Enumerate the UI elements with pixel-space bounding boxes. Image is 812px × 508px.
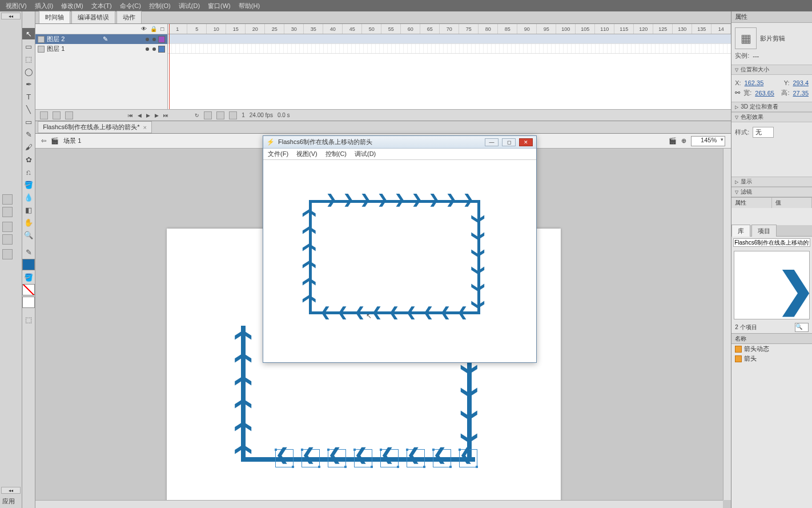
horizontal-scrollbar[interactable] [35,500,723,508]
selected-instance[interactable]: ❯ [354,449,372,467]
close-tab-icon[interactable]: × [143,124,147,131]
lasso-tool-icon[interactable]: ◯ [22,66,35,77]
layer-color-swatch[interactable] [158,36,165,43]
style-dropdown[interactable]: 无 [753,127,774,138]
selected-instance[interactable]: ❯ [328,449,346,467]
align-btn[interactable] [2,234,13,245]
first-frame-button[interactable]: ⏮ [128,113,133,118]
zoom-tool-icon[interactable]: 🔍 [22,229,35,241]
tab-actions[interactable]: 动作 [116,11,142,23]
edit-multiple-button[interactable] [229,111,237,119]
close-button[interactable]: ✕ [519,138,533,146]
collapse-toggle[interactable]: ◂◂ [1,13,21,19]
fill-color-icon[interactable]: 🪣 [22,271,35,283]
prev-frame-button[interactable]: ◀ [138,113,142,118]
library-search[interactable]: 🔍 [795,323,809,332]
playhead[interactable] [169,24,170,109]
selected-instance[interactable]: ❯ [275,449,294,467]
tab-errors[interactable]: 编译器错误 [71,11,115,23]
properties-panel-tab[interactable]: 属性 [731,11,812,23]
stroke-color-icon[interactable]: ✎ [22,246,35,258]
menu-item[interactable]: 插入(I) [35,2,53,10]
section-3d[interactable]: 3D 定位和查看 [731,102,812,112]
library-item[interactable]: 箭头 [731,354,812,363]
lock-icon[interactable]: 🔒 [150,26,157,32]
main-menubar[interactable]: 视图(V) 插入(I) 修改(M) 文本(T) 命令(C) 控制(O) 调试(D… [0,0,812,11]
deco-tool-icon[interactable]: ✿ [22,154,35,165]
preview-titlebar[interactable]: ⚡ Flashcs6制作在线条上移动的箭头 — ◻ ✕ [263,136,536,149]
menu-item[interactable]: 控制(O) [149,2,171,10]
selected-instance[interactable]: ❯ [302,449,320,467]
layer-row[interactable]: 图层 2 ✎ [35,34,167,44]
outline-icon[interactable]: □ [160,26,164,32]
layer-row[interactable]: 图层 1 [35,44,167,54]
pencil-tool-icon[interactable]: ✎ [22,129,35,140]
align-btn[interactable] [2,249,13,259]
menu-item[interactable]: 文本(T) [91,2,112,10]
onion-skin-outline-button[interactable] [216,111,224,119]
swap-colors-icon[interactable] [22,297,35,308]
menu-item[interactable]: 帮助(H) [239,2,260,10]
collapse-toggle-2[interactable]: ◂◂ [1,487,21,494]
play-button[interactable]: ▶ [146,113,150,118]
new-layer-button[interactable] [40,111,48,119]
rectangle-tool-icon[interactable]: ▭ [22,116,35,127]
free-transform-tool-icon[interactable]: ⬚ [22,53,35,65]
section-position[interactable]: 位置和大小 [731,65,812,75]
back-icon[interactable]: ⇦ [41,137,46,145]
library-doc-dropdown[interactable] [733,238,810,247]
menu-item[interactable]: 修改(M) [61,2,83,10]
library-item[interactable]: 箭头动态 [731,344,812,354]
selected-instance[interactable]: ❯ [433,449,451,467]
loop-button[interactable]: ↻ [195,113,199,118]
fill-swatch[interactable] [22,284,35,295]
option-icon[interactable]: ⬚ [22,314,35,325]
pen-tool-icon[interactable]: ✒ [22,78,35,90]
align-btn[interactable] [2,207,13,217]
document-tab[interactable]: Flashcs6制作在线条上移动的箭头* × [38,121,152,133]
menu-item[interactable]: 调试(D) [179,2,200,10]
paint-bucket-tool-icon[interactable]: 🪣 [22,179,35,190]
frames-area[interactable]: 1510152025303540455055606570758085909510… [168,24,731,109]
next-frame-button[interactable]: ▶ [155,113,159,118]
preview-menu-item[interactable]: 调试(D) [355,150,376,158]
delete-layer-button[interactable] [65,111,73,119]
swf-preview-window[interactable]: ⚡ Flashcs6制作在线条上移动的箭头 — ◻ ✕ 文件(F) 视图(V) … [263,135,537,363]
scene-name[interactable]: 场景 1 [63,137,81,145]
tab-project[interactable]: 项目 [751,225,777,237]
stroke-swatch[interactable] [22,259,35,270]
menu-item[interactable]: 窗口(W) [208,2,231,10]
vertical-scrollbar[interactable] [723,149,731,500]
zoom-dropdown[interactable]: 145% [691,136,725,146]
selected-instance[interactable]: ❯ [459,449,477,467]
brush-tool-icon[interactable]: 🖌 [22,141,35,153]
menu-item[interactable]: 视图(V) [6,2,27,10]
tab-library[interactable]: 库 [731,225,750,237]
preview-menu-item[interactable]: 文件(F) [268,150,288,158]
y-value[interactable]: 293.4 [793,79,809,86]
line-tool-icon[interactable]: ╲ [22,103,35,115]
hand-tool-icon[interactable]: ✋ [22,217,35,228]
frame-row[interactable] [168,34,731,44]
subselection-tool-icon[interactable]: ▭ [22,41,35,52]
section-display[interactable]: 显示 [731,177,812,187]
last-frame-button[interactable]: ⏭ [163,113,168,118]
selected-instance[interactable]: ❯ [407,449,425,467]
lock-aspect-icon[interactable]: ⚯ [735,89,740,97]
eraser-tool-icon[interactable]: ◧ [22,204,35,215]
align-btn[interactable] [2,194,13,205]
menu-item[interactable]: 命令(C) [120,2,141,10]
align-btn[interactable] [2,222,13,232]
layer-color-swatch[interactable] [158,46,165,53]
width-value[interactable]: 263.65 [755,90,774,97]
bone-tool-icon[interactable]: ⎌ [22,166,35,178]
selected-instance[interactable]: ❯ [380,449,399,467]
preview-menu-item[interactable]: 视图(V) [296,150,317,158]
edit-scene-icon[interactable]: 🎬 [669,137,677,145]
onion-skin-button[interactable] [204,111,212,119]
frame-row[interactable] [168,44,731,54]
preview-menu-item[interactable]: 控制(C) [325,150,347,158]
height-value[interactable]: 27.35 [793,90,809,97]
text-tool-icon[interactable]: T [22,91,35,102]
eye-icon[interactable]: 👁 [141,26,147,32]
